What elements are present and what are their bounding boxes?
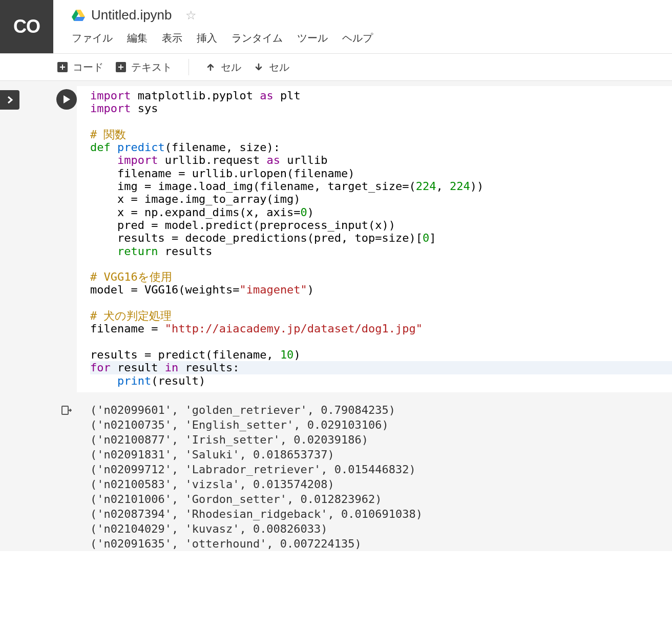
sidebar-toggle-button[interactable] <box>0 90 19 110</box>
output-line: ('n02104029', 'kuvasz', 0.00826033) <box>90 521 672 536</box>
run-button[interactable] <box>56 89 77 110</box>
output-line: ('n02100877', 'Irish_setter', 0.02039186… <box>90 432 672 447</box>
menu-runtime[interactable]: ランタイム <box>232 31 283 45</box>
menu-edit[interactable]: 編集 <box>127 31 148 45</box>
code-editor[interactable]: import matplotlib.pyplot as plt import s… <box>77 86 672 392</box>
body: import matplotlib.pyplot as plt import s… <box>0 81 672 551</box>
output-line: ('n02091831', 'Saluki', 0.018653737) <box>90 447 672 462</box>
notebook-title[interactable]: Untitled.ipynb <box>91 7 172 23</box>
logo-text: CO <box>13 16 40 37</box>
main-content: import matplotlib.pyplot as plt import s… <box>19 81 672 551</box>
code-cell: import matplotlib.pyplot as plt import s… <box>56 81 672 392</box>
header: CO Untitled.ipynb ☆ ファイル 編集 表示 挿入 ランタイム … <box>0 0 672 54</box>
menu-bar: ファイル 編集 表示 挿入 ランタイム ツール ヘルプ <box>72 31 672 51</box>
output-line: ('n02099601', 'golden_retriever', 0.7908… <box>90 403 672 417</box>
cell-down-label: セル <box>269 60 289 74</box>
title-row: Untitled.ipynb ☆ <box>72 7 672 23</box>
add-code-label: コード <box>73 60 103 74</box>
toolbar: コード テキスト セル セル <box>0 54 672 81</box>
menu-view[interactable]: 表示 <box>162 31 182 45</box>
output-line: ('n02100583', 'vizsla', 0.013574208) <box>90 477 672 492</box>
add-text-label: テキスト <box>131 60 172 74</box>
header-content: Untitled.ipynb ☆ ファイル 編集 表示 挿入 ランタイム ツール… <box>53 0 672 51</box>
output-line: ('n02100735', 'English_setter', 0.029103… <box>90 417 672 432</box>
arrow-up-icon <box>205 62 216 72</box>
output-text: ('n02099601', 'golden_retriever', 0.7908… <box>77 403 672 551</box>
menu-file[interactable]: ファイル <box>72 31 113 45</box>
output-line: ('n02101006', 'Gordon_setter', 0.0128239… <box>90 492 672 507</box>
star-icon[interactable]: ☆ <box>185 8 197 23</box>
output-line: ('n02099712', 'Labrador_retriever', 0.01… <box>90 462 672 477</box>
menu-insert[interactable]: 挿入 <box>197 31 217 45</box>
plus-icon <box>57 62 68 72</box>
output-line: ('n02091635', 'otterhound', 0.007224135) <box>90 536 672 551</box>
plus-icon <box>116 62 126 72</box>
add-code-button[interactable]: コード <box>57 60 103 74</box>
cell-up-button[interactable]: セル <box>205 60 241 74</box>
cell-up-label: セル <box>221 60 241 74</box>
output-line: ('n02087394', 'Rhodesian_ridgeback', 0.0… <box>90 507 672 521</box>
add-text-button[interactable]: テキスト <box>116 60 172 74</box>
menu-tools[interactable]: ツール <box>297 31 328 45</box>
drive-icon <box>72 10 85 21</box>
output-icon[interactable] <box>56 403 77 416</box>
separator <box>188 59 189 75</box>
arrow-down-icon <box>254 62 264 72</box>
svg-rect-6 <box>62 406 68 414</box>
svg-marker-5 <box>64 95 70 103</box>
logo: CO <box>0 0 53 53</box>
cell-down-button[interactable]: セル <box>254 60 289 74</box>
menu-help[interactable]: ヘルプ <box>342 31 373 45</box>
output-cell: ('n02099601', 'golden_retriever', 0.7908… <box>56 392 672 551</box>
